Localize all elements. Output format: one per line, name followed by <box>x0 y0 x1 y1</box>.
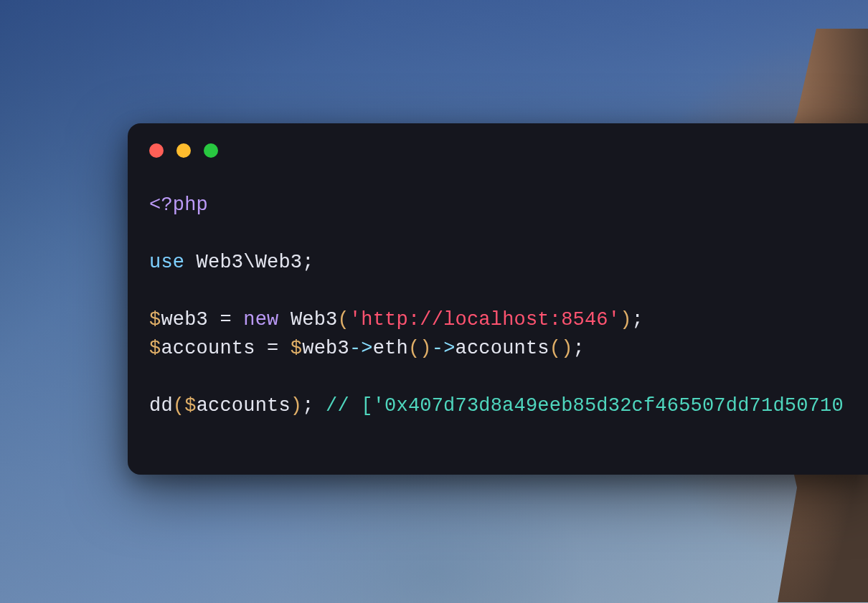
paren-open: ( <box>549 338 561 359</box>
zoom-button[interactable] <box>204 143 218 158</box>
namespace-path: Web3\Web3; <box>184 252 313 273</box>
var-accounts-ref: accounts <box>197 395 291 417</box>
arrow-op: -> <box>349 338 373 359</box>
paren-close: ) <box>561 338 572 359</box>
var-accounts: accounts <box>161 338 255 359</box>
paren-open: ( <box>408 338 420 359</box>
close-button[interactable] <box>149 143 164 158</box>
use-keyword: use <box>149 252 184 273</box>
semicolon: ; <box>573 338 585 359</box>
var-web3: web3 <box>161 309 208 331</box>
var-sigil: $ <box>149 309 161 331</box>
paren-close: ) <box>620 309 631 331</box>
assign-op: = <box>208 309 243 331</box>
comment-output: // ['0x407d73d8a49eeb85d32cf465507dd71d5… <box>326 395 844 417</box>
paren-close: ) <box>291 395 302 417</box>
new-keyword: new <box>243 309 278 331</box>
paren-close: ) <box>420 338 431 359</box>
var-sigil: $ <box>184 395 196 417</box>
assign-op: = <box>255 338 291 359</box>
method-eth: eth <box>373 338 408 359</box>
semicolon: ; <box>302 395 313 417</box>
arrow-op: -> <box>432 338 456 359</box>
var-sigil: $ <box>291 338 302 359</box>
semicolon: ; <box>632 309 643 331</box>
string-literal-url: 'http://localhost:8546' <box>349 309 620 331</box>
var-web3-ref: web3 <box>302 338 349 359</box>
paren-open: ( <box>338 309 349 331</box>
var-sigil: $ <box>149 338 161 359</box>
minimize-button[interactable] <box>176 143 191 158</box>
window-controls <box>149 143 846 158</box>
paren-open: ( <box>173 395 184 417</box>
method-accounts: accounts <box>456 338 549 359</box>
class-name: Web3 <box>291 309 338 331</box>
func-dd: dd <box>149 395 173 417</box>
code-content[interactable]: <?php use Web3\Web3; $web3 = new Web3('h… <box>149 191 846 420</box>
code-editor-window: <?php use Web3\Web3; $web3 = new Web3('h… <box>128 123 868 475</box>
php-open-tag: <?php <box>149 194 208 216</box>
